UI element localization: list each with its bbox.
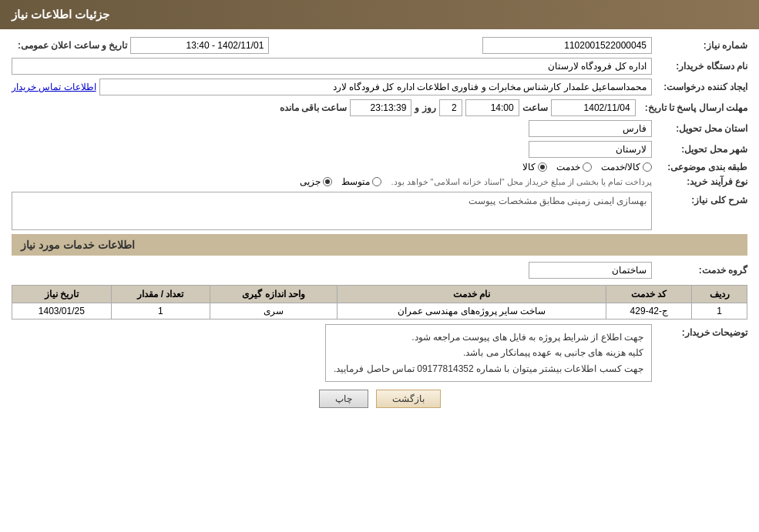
deadline-days: 2 <box>439 99 462 116</box>
cell-need-date: 1403/01/25 <box>12 303 112 320</box>
deadline-days-label: روز و <box>415 102 435 113</box>
radio-khadamat-circle <box>583 162 592 172</box>
need-description-box: بهسازی ایمنی زمینی مطابق مشخصات پیوست <box>12 192 652 230</box>
buyer-notes-label: توضیحات خریدار: <box>655 324 747 338</box>
radio-jozei-circle <box>323 177 332 186</box>
deadline-time: 14:00 <box>465 99 519 116</box>
services-section-label: اطلاعات خدمات مورد نیاز <box>21 239 135 251</box>
radio-kala[interactable]: کالا <box>522 162 547 172</box>
services-table: ردیف کد خدمت نام خدمت واحد اندازه گیری ت… <box>12 285 747 320</box>
services-section-heading: اطلاعات خدمات مورد نیاز <box>12 234 747 256</box>
need-description-value: بهسازی ایمنی زمینی مطابق مشخصات پیوست <box>468 196 646 206</box>
buyer-notes-line1: جهت اطلاع از شرایط پروژه به فایل های پیو… <box>334 330 643 345</box>
cell-row-num: 1 <box>692 303 747 320</box>
cell-unit: سری <box>210 303 338 320</box>
col-service-name: نام خدمت <box>337 286 606 303</box>
creator-value: محمداسماعیل علمدار کارشناس مخابرات و فنا… <box>99 79 652 95</box>
col-unit: واحد اندازه گیری <box>210 286 338 303</box>
deadline-label: مهلت ارسال پاسخ تا تاریخ: <box>639 102 747 113</box>
buyer-notes-box: جهت اطلاع از شرایط پروژه به فایل های پیو… <box>325 324 652 382</box>
deadline-remaining-label: ساعت باقی مانده <box>280 102 348 113</box>
category-radio-group: کالا/خدمت خدمت کالا <box>522 162 652 172</box>
radio-motawaset[interactable]: متوسط <box>341 176 381 187</box>
col-need-date: تاریخ نیاز <box>12 286 112 303</box>
announcement-time-label: تاریخ و ساعت اعلان عمومی: <box>12 40 127 51</box>
service-group-value: ساختمان <box>529 262 652 279</box>
deadline-date: 1402/11/04 <box>551 99 636 116</box>
category-label: طبقه بندی موضوعی: <box>655 162 747 172</box>
buyer-org-label: نام دستگاه خریدار: <box>655 61 747 72</box>
col-quantity: تعداد / مقدار <box>111 286 210 303</box>
radio-motawaset-label: متوسط <box>341 176 370 187</box>
deadline-time-label: ساعت <box>522 102 548 113</box>
city-label: شهر محل تحویل: <box>655 144 747 155</box>
col-service-code: کد خدمت <box>606 286 692 303</box>
table-row: 1 ج-42-429 ساخت سایر پروژه‌های مهندسی عم… <box>12 303 747 320</box>
buyer-org-value: اداره کل فرودگاه لارستان <box>12 58 652 75</box>
page-title: جزئیات اطلاعات نیاز <box>12 8 109 21</box>
cell-quantity: 1 <box>111 303 210 320</box>
radio-motawaset-circle <box>372 177 381 186</box>
cell-service-name: ساخت سایر پروژه‌های مهندسی عمران <box>337 303 606 320</box>
province-label: استان محل تحویل: <box>655 123 747 134</box>
purchase-type-radio-group: پرداخت تمام یا بخشی از مبلغ خریداز محل "… <box>300 176 652 187</box>
creator-label: ایجاد کننده درخواست: <box>655 82 747 92</box>
button-row: بازگشت چاپ <box>12 390 747 408</box>
deadline-remaining: 23:13:39 <box>350 99 411 116</box>
buyer-notes-line3: جهت کسب اطلاعات بیشتر میتوان با شماره 09… <box>334 361 643 376</box>
col-row-num: ردیف <box>692 286 747 303</box>
radio-kala-circle <box>538 162 547 172</box>
purchase-note: پرداخت تمام یا بخشی از مبلغ خریداز محل "… <box>391 177 652 187</box>
radio-kala-label: کالا <box>522 162 536 172</box>
announcement-time-value: 1402/11/01 - 13:40 <box>130 37 269 54</box>
need-number-label: شماره نیاز: <box>655 40 747 51</box>
back-button[interactable]: بازگشت <box>376 390 441 408</box>
radio-khadamat-label: خدمت <box>556 162 580 172</box>
radio-khadamat[interactable]: خدمت <box>556 162 592 172</box>
cell-service-code: ج-42-429 <box>606 303 692 320</box>
province-value: فارس <box>529 120 652 137</box>
service-group-label: گروه خدمت: <box>655 265 747 276</box>
radio-jozei-label: جزیی <box>300 176 321 187</box>
radio-kala-khadamat[interactable]: کالا/خدمت <box>601 162 652 172</box>
print-button[interactable]: چاپ <box>319 390 368 408</box>
need-description-label: شرح کلی نیاز: <box>655 192 747 206</box>
radio-jozei[interactable]: جزیی <box>300 176 332 187</box>
radio-kala-khadamat-label: کالا/خدمت <box>601 162 640 172</box>
page-header: جزئیات اطلاعات نیاز <box>0 0 759 29</box>
purchase-type-label: نوع فرآیند خرید: <box>655 176 747 187</box>
buyer-notes-line2: کلیه هزینه های جانبی به عهده پیمانکار می… <box>334 345 643 360</box>
contact-link[interactable]: اطلاعات تماس خریدار <box>12 82 96 92</box>
need-number-value: 1102001522000045 <box>482 37 652 54</box>
city-value: لارستان <box>529 141 652 158</box>
radio-kala-khadamat-circle <box>643 162 652 172</box>
